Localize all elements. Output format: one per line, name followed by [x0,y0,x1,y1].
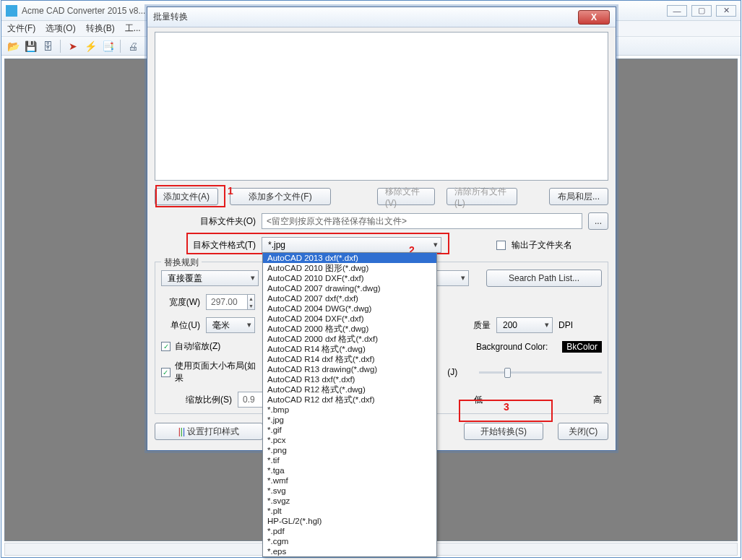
docs-icon[interactable]: 📑 [100,39,115,53]
scale-ratio-label: 缩放比例(S) [161,394,232,406]
quality-slider[interactable] [479,364,602,380]
format-option[interactable]: *.plt [263,506,436,516]
separator [60,40,61,53]
format-option[interactable]: *.cgm [263,536,436,546]
dialog-close-button[interactable]: X [578,10,610,25]
separator [120,40,121,53]
search-path-button[interactable]: Search Path List... [486,270,602,287]
minimize-button[interactable]: — [667,5,687,17]
format-option[interactable]: AutoCAD R13 dxf(*.dxf) [263,374,436,384]
add-file-button[interactable]: 添加文件(A) [155,188,218,205]
format-option[interactable]: AutoCAD 2000 dxf 格式(*.dxf) [263,334,436,344]
auto-scale-label: 自动缩放(Z) [175,340,220,353]
open-icon[interactable]: 📂 [6,39,20,53]
output-subfolder-label: 输出子文件夹名 [512,239,572,251]
format-option[interactable]: AutoCAD 2010 图形(*.dwg) [263,263,436,273]
format-option[interactable]: AutoCAD R14 格式(*.dwg) [263,344,436,354]
use-page-layout-label: 使用页面大小布局(如果 [175,360,264,384]
format-option[interactable]: *.eps [263,546,436,556]
arrow-icon[interactable]: ➤ [66,39,80,53]
save-multi-icon[interactable]: 🗄 [40,39,55,53]
format-option[interactable]: AutoCAD 2000 格式(*.dwg) [263,324,436,334]
browse-button[interactable]: ... [588,212,608,230]
format-option[interactable]: *.svg [263,486,436,496]
format-option[interactable]: AutoCAD 2004 DXF(*.dxf) [263,314,436,324]
format-option[interactable]: AutoCAD 2007 drawing(*.dwg) [263,283,436,293]
unit-label: 单位(U) [161,319,200,332]
print-icon[interactable]: 🖨 [126,39,140,53]
add-multi-file-button[interactable]: 添加多个文件(F) [230,188,331,205]
use-page-layout-checkbox[interactable]: ✓ [161,368,171,377]
maximize-button[interactable]: ▢ [691,5,712,17]
format-option[interactable]: AutoCAD 2010 DXF(*.dxf) [263,273,436,283]
menu-file[interactable]: 文件(F) [7,22,35,35]
scale-input[interactable]: 0.9 [238,392,264,408]
target-format-select[interactable]: *.jpg [262,237,441,253]
format-option[interactable]: *.wmf [263,475,436,486]
menu-tools[interactable]: 工... [125,22,141,35]
menu-convert[interactable]: 转换(B) [86,22,115,35]
format-option[interactable]: AutoCAD 2013 dxf(*.dxf) [263,253,436,263]
low-label: 低 [474,394,483,406]
remove-file-button[interactable]: 移除文件(V) [377,188,435,205]
width-input[interactable]: 297.00 [206,294,248,310]
format-option[interactable]: AutoCAD 2007 dxf(*.dxf) [263,293,436,303]
format-option[interactable]: AutoCAD R13 drawing(*.dwg) [263,364,436,374]
dpi-text: DPI [558,320,573,330]
close-button[interactable]: ✕ [716,5,736,17]
bk-color-button[interactable]: BkColor [562,341,602,353]
target-format-dropdown[interactable]: AutoCAD 2013 dxf(*.dxf)AutoCAD 2010 图形(*… [262,252,437,557]
format-option[interactable]: AutoCAD R14 dxf 格式(*.dxf) [263,354,436,364]
app-icon [6,5,17,17]
start-convert-button[interactable]: 开始转换(S) [464,423,543,440]
target-format-label: 目标文件格式(T) [155,239,256,251]
bolt-icon[interactable]: ⚡ [83,39,98,53]
auto-scale-checkbox[interactable]: ✓ [161,342,171,351]
target-folder-label: 目标文件夹(O) [155,215,256,228]
format-option[interactable]: AutoCAD R12 格式(*.dwg) [263,384,436,395]
overwrite-select[interactable]: 直接覆盖 [161,270,259,286]
file-list[interactable] [155,32,608,181]
close-dialog-button[interactable]: 关闭(C) [558,423,608,440]
format-option[interactable]: *.tif [263,455,436,465]
format-option[interactable]: *.pcx [263,435,436,445]
format-option[interactable]: *.png [263,445,436,455]
format-option[interactable]: *.gif [263,425,436,435]
high-label: 高 [593,394,602,406]
output-subfolder-checkbox[interactable] [496,241,506,250]
save-icon[interactable]: 💾 [23,39,38,53]
format-option[interactable]: *.tga [263,465,436,475]
dpi-select[interactable]: 200 [496,317,553,333]
bg-color-label: Background Color: [476,342,548,352]
format-option[interactable]: *.bmp [263,405,436,415]
format-option[interactable]: *.svgz [263,496,436,506]
format-option[interactable]: *.pdf [263,526,436,536]
menu-options[interactable]: 选项(O) [46,22,75,35]
clear-all-button[interactable]: 清除所有文件(L) [447,188,517,205]
width-label: 宽度(W) [161,296,200,309]
format-option[interactable]: HP-GL/2(*.hgl) [263,516,436,526]
unit-select[interactable]: 毫米 [206,317,255,333]
target-folder-input[interactable]: <留空则按原文件路径保存输出文件> [262,213,582,229]
set-print-style-button[interactable]: ||| 设置打印样式 [155,423,263,440]
format-option[interactable]: AutoCAD R12 dxf 格式(*.dxf) [263,395,436,405]
replace-rule-label: 替换规则 [161,257,202,269]
dialog-title: 批量转换 [153,11,578,23]
width-spinner[interactable]: ▲▼ [248,294,255,310]
format-option[interactable]: *.jpg [263,415,436,425]
format-option[interactable]: AutoCAD 2004 DWG(*.dwg) [263,303,436,314]
layout-layers-button[interactable]: 布局和层... [549,188,608,205]
dialog-titlebar: 批量转换 X [147,7,616,27]
quality-label: 质量 [462,319,491,332]
